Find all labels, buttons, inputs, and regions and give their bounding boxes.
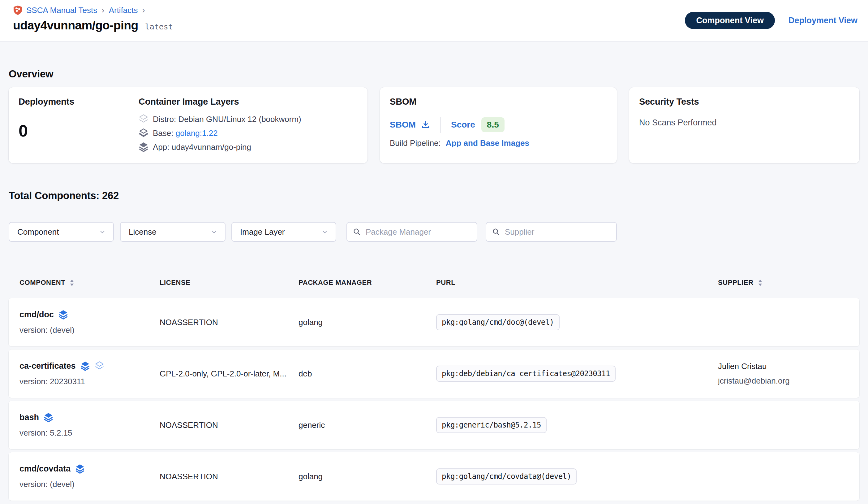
license-filter-dropdown[interactable]: License [120, 222, 226, 242]
purl-chip: pkg:golang/cmd/covdata@(devel) [436, 468, 577, 484]
purl-cell: pkg:generic/bash@5.2.15 [436, 417, 718, 433]
component-name: ca-certificates [20, 361, 76, 371]
column-header-supplier[interactable]: SUPPLIER [718, 279, 859, 287]
sbom-card: SBOM SBOM Score 8.5 Build [380, 87, 617, 163]
distro-layer-icon [138, 114, 148, 124]
components-table: cmd/doc version: (devel) NOASSERTION gol… [9, 298, 859, 501]
package-manager-cell: deb [299, 369, 436, 379]
column-header-component[interactable]: COMPONENT [20, 279, 159, 287]
component-name: cmd/covdata [20, 464, 71, 474]
base-image-link[interactable]: golang:1.22 [176, 129, 218, 138]
security-tests-label: Security Tests [639, 97, 849, 107]
page-title: uday4vunnam/go-ping [13, 19, 138, 32]
distro-layer-icon [95, 361, 104, 371]
app-layer-icon [75, 464, 85, 474]
component-version: version: (devel) [20, 480, 159, 489]
column-header-purl: PURL [436, 279, 718, 287]
table-row[interactable]: cmd/doc version: (devel) NOASSERTION gol… [9, 298, 859, 346]
purl-cell: pkg:golang/cmd/covdata@(devel) [436, 468, 718, 484]
breadcrumb-separator: › [142, 6, 146, 14]
image-layer-filter-dropdown[interactable]: Image Layer [231, 222, 336, 242]
column-header-package-manager: PACKAGE MANAGER [299, 279, 436, 287]
supplier-search [486, 222, 617, 242]
component-version: version: (devel) [20, 325, 159, 335]
chevron-down-icon [210, 228, 218, 236]
sort-icon [758, 279, 763, 286]
purl-chip: pkg:deb/debian/ca-certificates@20230311 [436, 366, 616, 382]
sbom-score-label: Score [451, 120, 475, 130]
license-cell: NOASSERTION [159, 421, 299, 430]
chevron-down-icon [321, 228, 329, 236]
layer-row-base: Base: golang:1.22 [138, 128, 301, 138]
base-layer-icon [138, 128, 148, 138]
breadcrumb-link-artifacts[interactable]: Artifacts [109, 6, 138, 15]
sort-icon [70, 279, 74, 286]
package-manager-cell: golang [299, 472, 436, 481]
supplier-cell [718, 320, 859, 325]
layer-row-app: App: uday4vunnam/go-ping [138, 142, 301, 152]
component-filter-dropdown[interactable]: Component [9, 222, 114, 242]
overview-cards: Deployments 0 Container Image Layers [9, 87, 859, 163]
ssca-shield-icon [13, 5, 23, 16]
build-pipeline-link[interactable]: App and Base Images [446, 138, 529, 148]
app-layer-text: App: uday4vunnam/go-ping [153, 142, 251, 152]
build-pipeline-label: Build Pipeline: [390, 138, 441, 148]
breadcrumb-link-project[interactable]: SSCA Manual Tests [26, 6, 97, 15]
main-content: Overview Deployments 0 Container Image L… [0, 68, 868, 501]
component-version: version: 5.2.15 [20, 428, 159, 438]
package-manager-cell: generic [299, 421, 436, 430]
app-layer-icon [138, 142, 148, 152]
component-cell: ca-certificates version: 20230311 [20, 361, 159, 386]
package-manager-cell: golang [299, 317, 436, 327]
download-icon [421, 120, 431, 130]
deployments-layers-card: Deployments 0 Container Image Layers [9, 87, 368, 163]
supplier-cell [718, 423, 859, 427]
search-icon [353, 228, 361, 236]
component-view-button[interactable]: Component View [685, 12, 775, 29]
divider [441, 117, 441, 133]
image-layers-label: Container Image Layers [138, 97, 301, 107]
distro-layer-text: Distro: Debian GNU/Linux 12 (bookworm) [153, 114, 301, 124]
table-header: COMPONENT LICENSE PACKAGE MANAGER PURL S… [9, 276, 859, 289]
app-layer-icon [59, 310, 68, 320]
breadcrumb-separator: › [101, 6, 105, 14]
component-name: cmd/doc [20, 310, 54, 320]
supplier-cell [718, 474, 859, 479]
view-toggle: Component View Deployment View [685, 12, 857, 29]
component-name: bash [20, 413, 39, 422]
component-cell: bash version: 5.2.15 [20, 412, 159, 438]
supplier-search-input[interactable] [505, 227, 611, 237]
package-manager-search-input[interactable] [366, 227, 471, 237]
purl-chip: pkg:golang/cmd/doc@(devel) [436, 314, 560, 330]
overview-heading: Overview [9, 68, 859, 80]
sbom-score-badge: 8.5 [481, 117, 505, 132]
deployments-count: 0 [19, 121, 138, 140]
package-manager-search [347, 222, 477, 242]
license-cell: NOASSERTION [159, 472, 299, 481]
supplier-name: Julien Cristau [718, 362, 859, 371]
layer-row-distro: Distro: Debian GNU/Linux 12 (bookworm) [138, 114, 301, 124]
purl-chip: pkg:generic/bash@5.2.15 [436, 417, 547, 433]
security-tests-status: No Scans Performed [639, 118, 849, 128]
artifact-tag: latest [145, 22, 173, 31]
deployments-label: Deployments [19, 97, 138, 107]
table-row[interactable]: cmd/covdata version: (devel) NOASSERTION… [9, 452, 859, 501]
sbom-download-link[interactable]: SBOM [390, 120, 431, 130]
table-row[interactable]: ca-certificates version: 20230311 GPL-2.… [9, 350, 859, 398]
base-layer-text: Base: golang:1.22 [153, 129, 218, 138]
sbom-card-label: SBOM [390, 97, 607, 107]
column-header-license: LICENSE [159, 279, 299, 287]
purl-cell: pkg:deb/debian/ca-certificates@20230311 [436, 366, 718, 382]
table-row[interactable]: bash version: 5.2.15 NOASSERTION generic… [9, 401, 859, 449]
security-tests-card: Security Tests No Scans Performed [629, 87, 859, 163]
chevron-down-icon [99, 228, 106, 236]
app-layer-icon [80, 361, 90, 371]
deployment-view-link[interactable]: Deployment View [788, 16, 857, 26]
search-icon [492, 228, 500, 236]
deployments-section: Deployments 0 [19, 97, 138, 154]
license-cell: GPL-2.0-only, GPL-2.0-or-later, M... [159, 369, 299, 379]
component-cell: cmd/covdata version: (devel) [20, 464, 159, 489]
component-cell: cmd/doc version: (devel) [20, 310, 159, 335]
app-layer-icon [44, 412, 53, 423]
component-version: version: 20230311 [20, 377, 159, 386]
